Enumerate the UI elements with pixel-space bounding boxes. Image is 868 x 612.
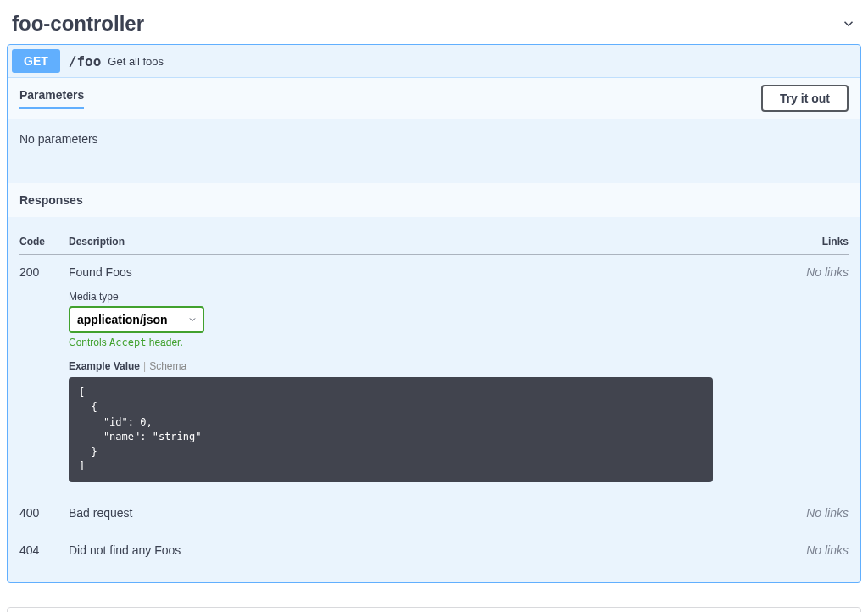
responses-table: Code Description Links 200 Found Foos Me…	[19, 229, 849, 570]
response-links: No links	[764, 533, 849, 570]
col-code: Code	[19, 229, 69, 255]
try-it-out-button[interactable]: Try it out	[761, 85, 849, 112]
responses-header: Responses	[8, 183, 860, 217]
response-description: Did not find any Foos	[69, 533, 764, 570]
operation-summary-text: Get all foos	[108, 55, 164, 68]
tab-example-value[interactable]: Example Value	[69, 360, 140, 372]
response-description-cell: Found Foos Media type application/json C…	[69, 255, 764, 497]
accept-note: Controls Accept header.	[69, 337, 764, 348]
response-code: 404	[19, 533, 69, 570]
media-type-select-wrap: application/json	[69, 303, 764, 333]
parameters-header: Parameters Try it out	[8, 78, 860, 119]
controller-header[interactable]: foo-controller	[7, 7, 861, 44]
table-row: 200 Found Foos Media type application/js…	[19, 255, 849, 497]
operation-path: /foo	[69, 53, 102, 70]
responses-heading: Responses	[19, 193, 83, 207]
response-links: No links	[764, 496, 849, 533]
operation-summary[interactable]: GET /foo Get all foos	[8, 45, 860, 78]
example-tabs: Example Value|Schema	[69, 360, 764, 372]
responses-body: Code Description Links 200 Found Foos Me…	[8, 217, 860, 582]
response-code: 400	[19, 496, 69, 533]
response-code: 200	[19, 255, 69, 497]
response-description: Bad request	[69, 496, 764, 533]
parameters-body: No parameters	[8, 119, 860, 183]
chevron-down-icon	[841, 16, 856, 31]
media-type-label: Media type	[69, 291, 764, 303]
schemas-header[interactable]: Schemas	[8, 608, 860, 612]
no-parameters-text: No parameters	[19, 132, 98, 146]
media-type-select[interactable]: application/json	[69, 306, 204, 333]
col-links: Links	[764, 229, 849, 255]
table-row: 404 Did not find any Foos No links	[19, 533, 849, 570]
response-description: Found Foos	[69, 265, 764, 279]
col-description: Description	[69, 229, 764, 255]
operation-block: GET /foo Get all foos Parameters Try it …	[7, 44, 861, 583]
controller-title: foo-controller	[12, 12, 144, 36]
table-row: 400 Bad request No links	[19, 496, 849, 533]
example-json: [ { "id": 0, "name": "string" } ]	[69, 377, 713, 482]
schemas-section: Schemas Foo { idinteger($int64) namestri…	[7, 607, 861, 612]
method-badge: GET	[12, 49, 60, 73]
response-links: No links	[764, 255, 849, 497]
parameters-heading: Parameters	[19, 88, 84, 109]
tab-schema[interactable]: Schema	[149, 360, 186, 372]
